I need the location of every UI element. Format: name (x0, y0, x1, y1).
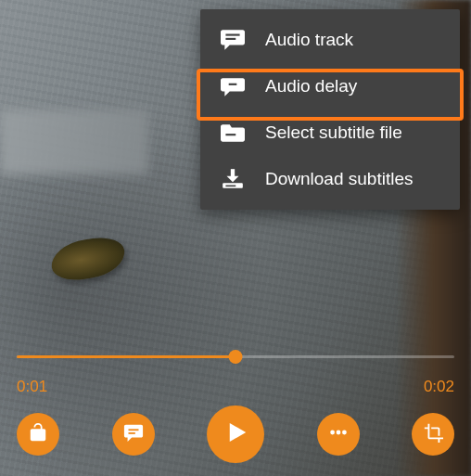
folder-icon (221, 122, 245, 143)
control-button-row (17, 405, 454, 463)
menu-item-label: Audio delay (265, 76, 357, 96)
audio-subtitle-menu: Audio track Audio delay Select subtitle … (200, 9, 460, 210)
svg-rect-1 (225, 38, 236, 40)
svg-point-10 (336, 431, 340, 435)
time-row: 0:01 0:02 (17, 378, 454, 396)
video-player-screen: Audio track Audio delay Select subtitle … (0, 0, 471, 476)
menu-item-download-subtitles[interactable]: Download subtitles (200, 156, 460, 202)
player-controls: 0:01 0:02 (0, 339, 471, 476)
lock-button[interactable] (17, 413, 59, 456)
play-button[interactable] (207, 405, 264, 463)
svg-rect-8 (128, 432, 134, 434)
time-total: 0:02 (424, 378, 454, 396)
seek-thumb[interactable] (229, 350, 243, 364)
video-background (0, 109, 148, 174)
play-icon (222, 418, 249, 450)
menu-item-label: Download subtitles (265, 169, 413, 189)
crop-button[interactable] (412, 413, 454, 456)
subtitles-button[interactable] (112, 413, 155, 456)
menu-item-select-subtitle-file[interactable]: Select subtitle file (200, 109, 460, 156)
svg-rect-5 (231, 169, 235, 177)
svg-point-11 (342, 431, 347, 435)
svg-rect-0 (225, 34, 239, 36)
download-icon (221, 169, 245, 189)
svg-rect-6 (225, 186, 236, 187)
svg-rect-7 (128, 429, 138, 431)
more-button[interactable] (317, 413, 360, 456)
lock-open-icon (28, 422, 48, 446)
speech-lines-icon (221, 30, 245, 50)
seek-bar[interactable] (17, 339, 454, 376)
svg-rect-3 (225, 134, 236, 135)
menu-item-label: Audio track (265, 30, 353, 50)
crop-icon (423, 422, 443, 446)
seek-progress (17, 355, 236, 358)
time-current: 0:01 (17, 378, 47, 396)
more-icon (328, 422, 349, 446)
menu-item-label: Select subtitle file (265, 122, 402, 143)
menu-item-audio-track[interactable]: Audio track (200, 17, 460, 63)
svg-point-9 (330, 431, 335, 435)
speech-arrows-icon (221, 76, 245, 96)
subtitles-icon (123, 422, 144, 446)
menu-item-audio-delay[interactable]: Audio delay (200, 63, 460, 109)
